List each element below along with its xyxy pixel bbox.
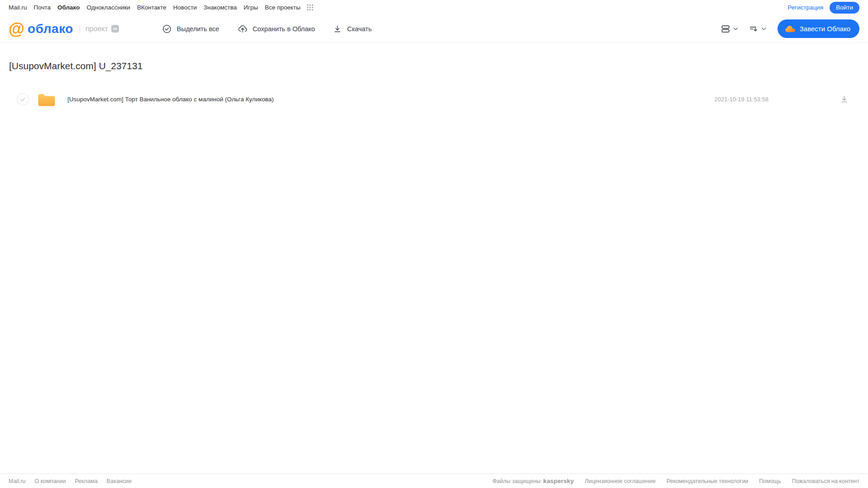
kaspersky-protection: Файлы защищены kaspersky	[493, 478, 574, 484]
chevron-down-icon	[761, 26, 767, 32]
sort-button[interactable]	[749, 24, 767, 34]
registration-link[interactable]: Регистрация	[787, 4, 823, 11]
folder-icon	[38, 92, 56, 107]
toolbar-right-controls: Завести Облако	[721, 19, 859, 38]
footer-left-links: Mail.ru О компании Реклама Вакансии	[9, 478, 132, 484]
download-icon	[333, 24, 342, 33]
list-view-icon	[721, 24, 730, 34]
save-to-cloud-button[interactable]: Сохранить в Облако	[237, 24, 315, 34]
portal-link-mailru[interactable]: Mail.ru	[9, 4, 27, 11]
download-label: Скачать	[347, 25, 371, 33]
select-all-label: Выделить все	[177, 25, 219, 33]
create-cloud-label: Завести Облако	[800, 25, 850, 33]
footer-link-report[interactable]: Пожаловаться на контент	[792, 478, 859, 484]
footer-link-ads[interactable]: Реклама	[75, 478, 97, 484]
cloud-logo[interactable]: @ облако проект vk	[9, 21, 119, 37]
footer-link-recommendations[interactable]: Рекомендательные технологии	[666, 478, 748, 484]
footer-link-help[interactable]: Помощь	[759, 478, 781, 484]
file-list-area: [UsupovMarket.com] U_237131	[0, 43, 868, 474]
footer-right-links: Файлы защищены kaspersky Лицензионное со…	[493, 478, 859, 484]
all-projects-grid-icon[interactable]	[307, 5, 313, 10]
file-name-link[interactable]: [UsupovMarket.com] Торт Ванильное облако…	[67, 96, 274, 103]
row-download-icon[interactable]	[840, 95, 849, 104]
auth-area: Регистрация Войти	[787, 2, 859, 14]
file-row[interactable]: [UsupovMarket.com] Торт Ванильное облако…	[9, 88, 859, 110]
portal-link-pochta[interactable]: Почта	[34, 4, 51, 11]
cloud-public-share-page: Mail.ru Почта Облако Одноклассники ВКонт…	[0, 0, 868, 488]
file-actions: Выделить все Сохранить в Облако	[162, 24, 372, 34]
save-to-cloud-label: Сохранить в Облако	[253, 25, 315, 33]
login-button[interactable]: Войти	[830, 2, 859, 14]
sort-icon	[749, 24, 759, 34]
footer-link-about[interactable]: О компании	[35, 478, 66, 484]
portal-link-novosti[interactable]: Новости	[173, 4, 197, 11]
portal-nav-bar: Mail.ru Почта Облако Одноклассники ВКонт…	[0, 0, 868, 15]
download-button[interactable]: Скачать	[333, 24, 371, 33]
portal-link-vkontakte[interactable]: ВКонтакте	[137, 4, 166, 11]
portal-nav: Mail.ru Почта Облако Одноклассники ВКонт…	[9, 4, 313, 11]
kaspersky-logo[interactable]: kaspersky	[543, 478, 574, 484]
footer-link-mailru[interactable]: Mail.ru	[9, 478, 26, 484]
footer-link-license[interactable]: Лицензионное соглашение	[585, 478, 656, 484]
files-protected-label: Файлы защищены	[493, 478, 541, 484]
cloud-logo-text: облако	[28, 22, 73, 36]
portal-link-znakomstva[interactable]: Знакомства	[204, 4, 237, 11]
file-date: 2021-10-19 11:53:58	[714, 96, 768, 103]
portal-link-odnoklassniki[interactable]: Одноклассники	[86, 4, 130, 11]
chevron-down-icon	[733, 26, 739, 32]
cloud-icon	[785, 25, 796, 33]
vk-logo-icon: vk	[111, 25, 119, 33]
select-all-button[interactable]: Выделить все	[162, 24, 219, 34]
portal-link-all-projects[interactable]: Все проекты	[265, 4, 300, 11]
row-checkbox[interactable]	[17, 93, 29, 105]
portal-link-oblako[interactable]: Облако	[57, 4, 80, 11]
cloud-toolbar: @ облако проект vk Выделить все	[0, 15, 868, 43]
mailru-at-icon: @	[9, 21, 24, 37]
view-mode-button[interactable]	[721, 24, 739, 34]
create-cloud-button[interactable]: Завести Облако	[778, 19, 859, 38]
check-circle-icon	[162, 24, 172, 34]
footer: Mail.ru О компании Реклама Вакансии Файл…	[0, 474, 868, 488]
vk-project-label: проект	[85, 25, 108, 33]
footer-link-jobs[interactable]: Вакансии	[107, 478, 132, 484]
checkmark-icon	[19, 96, 26, 103]
page-title: [UsupovMarket.com] U_237131	[9, 61, 859, 71]
cloud-upload-icon	[237, 24, 248, 34]
logo-divider	[80, 25, 80, 33]
portal-link-igry[interactable]: Игры	[244, 4, 258, 11]
